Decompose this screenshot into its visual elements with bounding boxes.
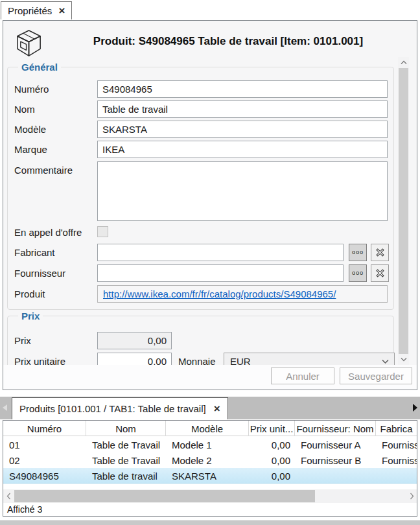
- chevron-down-icon: [382, 359, 389, 364]
- produit-link-box: http://www.ikea.com/fr/fr/catalog/produc…: [97, 285, 388, 303]
- chevron-up-icon: [401, 60, 407, 65]
- tabs-scroll-left-icon[interactable]: [2, 404, 8, 412]
- groupbox-prix: Prix Prix Prix unitaire Monnaie EUR: [7, 316, 394, 365]
- tab-produits[interactable]: Produits [0101.001 / TAB1: Table de trav…: [12, 397, 228, 419]
- numero-label: Numéro: [14, 84, 96, 95]
- groupbox-general: Général Numéro Nom Modèle Marque Comment…: [7, 67, 394, 310]
- appel-offre-checkbox: [97, 226, 108, 237]
- prix-field: [97, 332, 172, 349]
- cell-prix[interactable]: 0,00: [249, 437, 295, 452]
- top-tab-bar: Propriétés ×: [0, 0, 420, 19]
- groupbox-prix-legend: Prix: [18, 310, 43, 321]
- table-row[interactable]: 02 Table de Travail Modele 2 0,00 Fourni…: [3, 452, 417, 468]
- cell-prix[interactable]: 0,00: [249, 468, 295, 484]
- cell-numero[interactable]: S49084965: [3, 468, 86, 484]
- sauvegarder-button[interactable]: Sauvegarder: [340, 368, 412, 384]
- monnaie-selected-value: EUR: [230, 356, 251, 365]
- annuler-button[interactable]: Annuler: [271, 368, 334, 384]
- table-row[interactable]: 01 Table de Travail Modele 1 0,00 Fourni…: [3, 437, 417, 452]
- cell-modele[interactable]: Modele 1: [166, 437, 249, 452]
- nom-field[interactable]: [97, 100, 388, 118]
- scroll-thumb[interactable]: [399, 68, 408, 354]
- scroll-down-button[interactable]: [398, 354, 409, 365]
- app-window: Propriétés × Produit: S49084965 Table de…: [0, 0, 420, 525]
- cell-numero[interactable]: 02: [3, 452, 86, 468]
- tab-proprietes[interactable]: Propriétés ×: [1, 1, 72, 19]
- window-bottom-band: [0, 520, 420, 525]
- modele-field[interactable]: [97, 121, 388, 138]
- status-row-count: Affiché 3: [7, 504, 42, 515]
- tab-produits-label: Produits [0101.001 / TAB1: Table de trav…: [19, 403, 206, 414]
- fabricant-field[interactable]: [97, 244, 344, 261]
- fournisseur-clear-button[interactable]: [371, 264, 389, 282]
- cell-nom[interactable]: Table de Travail: [86, 437, 166, 452]
- prix-unitaire-label: Prix unitaire: [14, 356, 96, 365]
- marque-field[interactable]: [97, 141, 388, 158]
- close-icon[interactable]: ×: [214, 403, 220, 414]
- products-table-panel: Numéro Nom Modèle Prix unit... Fournisse…: [3, 420, 417, 517]
- column-header-numero[interactable]: Numéro: [3, 421, 86, 436]
- prix-unitaire-field[interactable]: [97, 353, 172, 365]
- cell-numero[interactable]: 01: [3, 437, 86, 452]
- column-header-nom[interactable]: Nom: [86, 421, 166, 436]
- cell-modele[interactable]: SKARSTA: [166, 468, 249, 484]
- nom-label: Nom: [14, 104, 96, 115]
- chevron-right-icon: [410, 493, 414, 500]
- tabs-scroll-right-icon[interactable]: [412, 403, 418, 412]
- marque-label: Marque: [14, 144, 96, 155]
- tab-proprietes-label: Propriétés: [8, 5, 52, 16]
- column-header-fournisseur[interactable]: Fournisseur: Nom: [295, 421, 376, 436]
- horizontal-scrollbar[interactable]: [3, 489, 417, 503]
- properties-panel: Produit: S49084965 Table de travail [Ite…: [3, 20, 417, 390]
- monnaie-select[interactable]: EUR: [224, 353, 395, 365]
- column-header-prix-unitaire[interactable]: Prix unit...: [249, 421, 295, 436]
- scroll-left-button[interactable]: [3, 489, 14, 503]
- cell-fournisseur[interactable]: Fournisseur A: [295, 437, 376, 452]
- produit-url-link[interactable]: http://www.ikea.com/fr/fr/catalog/produc…: [103, 288, 336, 299]
- appel-offre-label: En appel d'offre: [14, 227, 96, 238]
- clear-x-icon: [375, 247, 386, 258]
- cell-fabricant[interactable]: [376, 468, 417, 484]
- cell-nom[interactable]: Table de Travail: [86, 452, 166, 468]
- fabricant-browse-button[interactable]: ooo: [349, 244, 367, 261]
- commentaire-field[interactable]: [97, 161, 388, 221]
- cell-nom[interactable]: Table de travail: [86, 468, 166, 484]
- fabricant-label: Fabricant: [14, 247, 96, 258]
- page-title: Produit: S49084965 Table de travail [Ite…: [49, 35, 408, 48]
- cell-fournisseur[interactable]: Fournisseur B: [295, 452, 376, 468]
- cell-modele[interactable]: Modele 2: [166, 452, 249, 468]
- package-box-icon: [14, 28, 44, 60]
- chevron-left-icon: [6, 493, 11, 500]
- bottom-tab-bar: Produits [0101.001 / TAB1: Table de trav…: [0, 397, 420, 419]
- prix-label: Prix: [14, 335, 96, 346]
- fournisseur-browse-button[interactable]: ooo: [349, 264, 367, 282]
- scroll-right-button[interactable]: [406, 489, 417, 503]
- commentaire-label: Commentaire: [14, 165, 96, 176]
- produit-label: Produit: [14, 288, 96, 299]
- chevron-down-icon: [401, 357, 407, 362]
- table-row-selected[interactable]: S49084965 Table de travail SKARSTA 0,00: [3, 468, 417, 484]
- modele-label: Modèle: [14, 124, 96, 135]
- form-scroll-area: Général Numéro Nom Modèle Marque Comment…: [3, 57, 396, 365]
- numero-field[interactable]: [97, 80, 388, 98]
- vertical-scrollbar[interactable]: [398, 57, 409, 365]
- fabricant-clear-button[interactable]: [371, 244, 389, 261]
- cell-fabricant[interactable]: Fourniss: [376, 452, 417, 468]
- cell-fournisseur[interactable]: [295, 468, 376, 484]
- table-header-row: Numéro Nom Modèle Prix unit... Fournisse…: [3, 421, 417, 436]
- close-icon[interactable]: ×: [58, 5, 65, 16]
- scroll-up-button[interactable]: [398, 57, 409, 68]
- form-button-strip: Annuler Sauvegarder: [3, 365, 417, 390]
- fournisseur-label: Fournisseur: [14, 268, 96, 279]
- cell-prix[interactable]: 0,00: [249, 452, 295, 468]
- cell-fabricant[interactable]: Fourniss: [376, 437, 417, 452]
- fournisseur-field[interactable]: [97, 264, 344, 282]
- column-header-fabricant[interactable]: Fabrica: [376, 421, 417, 436]
- scroll-thumb[interactable]: [14, 490, 315, 502]
- groupbox-general-legend: Général: [18, 62, 61, 73]
- column-header-modele[interactable]: Modèle: [166, 421, 249, 436]
- clear-x-icon: [375, 268, 386, 279]
